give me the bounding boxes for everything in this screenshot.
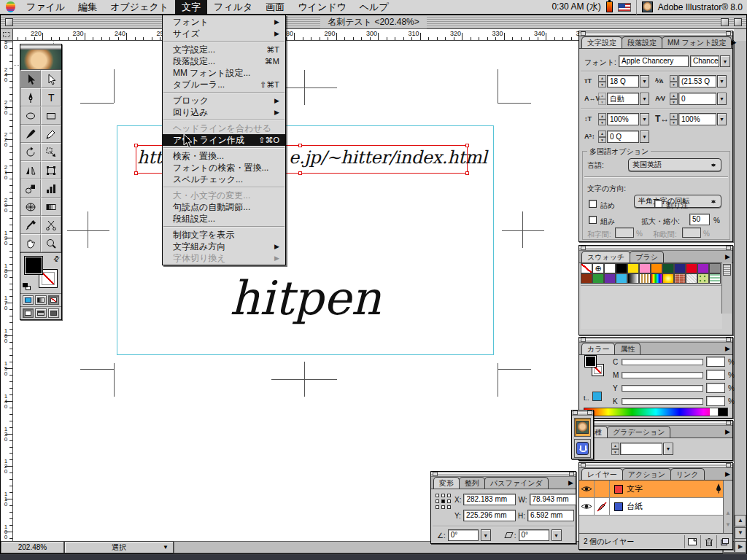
swatch-8c8c8c[interactable] bbox=[709, 263, 721, 273]
scroll-up-arrow[interactable]: ▲ bbox=[735, 515, 746, 526]
application-name[interactable]: Adobe Illustrator® 8.0 bbox=[658, 2, 743, 12]
menu-item[interactable]: 文字組み方向▶ bbox=[163, 241, 285, 252]
tab-1[interactable]: カラー bbox=[581, 343, 615, 354]
swatch-registration[interactable]: ⊕ bbox=[592, 263, 604, 273]
menu-item[interactable]: フォントの検索・置換... bbox=[163, 162, 285, 174]
palette-close-box[interactable] bbox=[581, 31, 586, 36]
scissors-tool[interactable] bbox=[41, 216, 61, 234]
vertical-scrollbar[interactable]: ▲ ▼ bbox=[734, 41, 746, 541]
direct-selection-tool[interactable] bbox=[41, 70, 61, 88]
palette-close-box[interactable] bbox=[581, 246, 586, 250]
channel-value-field[interactable] bbox=[706, 396, 725, 406]
scroll-thumb[interactable] bbox=[723, 264, 731, 276]
baseline-shift-field[interactable]: 0 Q bbox=[607, 131, 639, 143]
blend-tool[interactable] bbox=[20, 179, 41, 198]
hand-tool[interactable] bbox=[20, 234, 41, 252]
shear-dropdown[interactable]: ▼ bbox=[551, 529, 562, 541]
palette-close-box[interactable] bbox=[581, 338, 586, 342]
visibility-eye-icon[interactable] bbox=[579, 481, 595, 498]
scroll-down-arrow[interactable]: ▼ bbox=[735, 527, 746, 539]
url-text-left-fragment[interactable]: htt bbox=[137, 147, 162, 168]
layer-name[interactable]: 文字 bbox=[627, 483, 715, 494]
channel-slider[interactable] bbox=[622, 385, 703, 392]
palette-drag-bar[interactable] bbox=[579, 421, 732, 426]
scroll-up-arrow[interactable]: ▲ bbox=[724, 508, 732, 520]
rectangle-tool[interactable] bbox=[41, 106, 61, 125]
horizontal-scale-field[interactable]: 100% bbox=[678, 113, 716, 125]
swatch-grad-rainbow[interactable] bbox=[651, 273, 662, 284]
swatch-2e9939[interactable] bbox=[592, 273, 604, 284]
kerning-field[interactable]: 自動 bbox=[607, 93, 639, 105]
selection-handle[interactable] bbox=[298, 171, 302, 175]
color-mode-button[interactable] bbox=[23, 295, 34, 305]
swatch-grad-radial[interactable] bbox=[662, 273, 674, 284]
reflect-tool[interactable] bbox=[20, 161, 41, 179]
ellipse-tool[interactable] bbox=[20, 106, 41, 125]
horizontal-scale-dropdown[interactable]: ▼ bbox=[717, 113, 727, 125]
menu-item[interactable]: 段組設定... bbox=[163, 213, 285, 225]
swatch-none[interactable] bbox=[581, 263, 592, 273]
gradient-tool[interactable] bbox=[41, 198, 61, 216]
swatch-ffffff[interactable] bbox=[604, 263, 616, 273]
language-popup[interactable]: 英国英語 bbox=[628, 158, 721, 171]
palette-close-box[interactable] bbox=[573, 411, 578, 415]
menu-item[interactable]: 検索・置換... bbox=[163, 150, 285, 162]
collapse-box[interactable] bbox=[734, 18, 742, 26]
tab-1[interactable]: スウォッチ bbox=[581, 251, 630, 262]
graph-tool[interactable] bbox=[41, 179, 61, 198]
palette-zoom-box[interactable] bbox=[726, 31, 731, 36]
palette-close-box[interactable] bbox=[433, 472, 438, 476]
tab-2[interactable]: アクション bbox=[622, 468, 671, 480]
swatch-pattern-stripes[interactable] bbox=[709, 273, 721, 284]
menu-title-2[interactable]: 編集 bbox=[71, 0, 104, 14]
palette-menu-arrow[interactable]: ▶ bbox=[725, 345, 730, 352]
tab-1[interactable]: レイヤー bbox=[581, 468, 623, 480]
tab-2[interactable]: グラデーション bbox=[607, 426, 670, 438]
swatch-scrollbar[interactable] bbox=[721, 262, 732, 314]
status-mode-popup[interactable]: 選択 ▼ bbox=[64, 541, 174, 553]
palette-drag-bar[interactable] bbox=[572, 411, 593, 416]
menu-item[interactable]: スペルチェック... bbox=[163, 174, 285, 185]
scale-field[interactable]: 50 bbox=[689, 214, 710, 225]
tab-3[interactable]: MM フォント設定 bbox=[662, 36, 732, 48]
leading-field[interactable]: (21.53 Q bbox=[678, 75, 716, 88]
font-dropdown-button[interactable]: ▼ bbox=[720, 55, 730, 67]
palette-close-box[interactable] bbox=[581, 463, 586, 467]
w-field[interactable]: 78.943 mm bbox=[530, 494, 576, 505]
tab-2[interactable]: ブラシ bbox=[630, 251, 664, 262]
menu-item[interactable]: 回り込み▶ bbox=[163, 106, 285, 118]
y-field[interactable]: 225.296 mm bbox=[463, 510, 516, 521]
palette-menu-arrow[interactable]: ▶ bbox=[568, 479, 573, 486]
palette-zoom-box[interactable] bbox=[726, 421, 731, 425]
toolbox-drag-bar[interactable] bbox=[20, 44, 61, 50]
tab-1[interactable]: 文字設定 bbox=[581, 36, 622, 48]
visibility-eye-icon[interactable] bbox=[579, 498, 595, 516]
menu-item[interactable]: 句読点の自動調節... bbox=[163, 201, 285, 213]
swatch-25267e[interactable] bbox=[674, 263, 686, 273]
rotate-field[interactable]: 0° bbox=[448, 529, 479, 541]
vertical-scale-field[interactable]: 100% bbox=[607, 113, 639, 125]
swatch-ffdf0a[interactable] bbox=[627, 263, 639, 273]
gradient-mode-button[interactable] bbox=[35, 295, 46, 305]
tab-3[interactable]: パスファインダ bbox=[484, 477, 549, 489]
zoom-box[interactable] bbox=[721, 18, 729, 26]
menu-title-1[interactable]: ファイル bbox=[20, 0, 71, 14]
none-mode-button[interactable] bbox=[48, 295, 59, 305]
black-cell[interactable] bbox=[719, 408, 727, 416]
palette-zoom-box[interactable] bbox=[587, 411, 592, 415]
logo-text[interactable]: hitpen bbox=[117, 271, 494, 325]
palette-drag-bar[interactable] bbox=[579, 463, 732, 468]
tab-1[interactable]: 変形 bbox=[433, 477, 460, 489]
palette-zoom-box[interactable] bbox=[569, 472, 574, 476]
paintbrush-tool[interactable] bbox=[20, 125, 41, 143]
scroll-down-arrow[interactable]: ▼ bbox=[724, 520, 732, 532]
channel-value-field[interactable] bbox=[706, 383, 725, 393]
channel-value-field[interactable] bbox=[706, 357, 725, 367]
h-field[interactable]: 6.592 mm bbox=[527, 510, 574, 521]
swatch-6a2ea8[interactable] bbox=[604, 273, 616, 284]
menu-title-3[interactable]: オブジェクト bbox=[104, 0, 175, 14]
fill-color-proxy[interactable] bbox=[24, 256, 43, 275]
edit-locked-pencil-icon[interactable] bbox=[595, 498, 610, 516]
reference-point-selector[interactable] bbox=[436, 494, 452, 510]
palette-drag-bar[interactable] bbox=[579, 338, 732, 343]
